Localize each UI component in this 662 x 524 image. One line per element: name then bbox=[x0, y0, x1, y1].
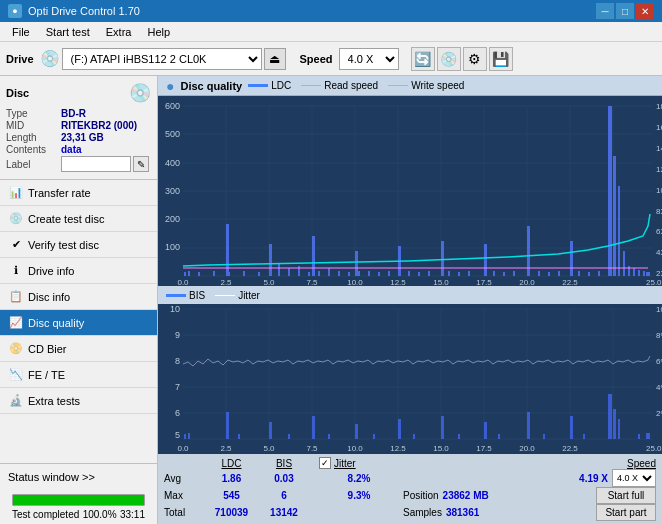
svg-rect-76 bbox=[598, 271, 600, 276]
svg-text:2.5: 2.5 bbox=[220, 278, 232, 286]
svg-text:10.0: 10.0 bbox=[347, 278, 363, 286]
svg-rect-34 bbox=[184, 272, 186, 276]
svg-rect-137 bbox=[441, 416, 444, 439]
samples-value: 381361 bbox=[446, 507, 479, 518]
drive-label: Drive bbox=[6, 53, 34, 65]
svg-text:5.0: 5.0 bbox=[263, 444, 275, 453]
jitter-label: Jitter bbox=[334, 458, 356, 469]
menu-start-test[interactable]: Start test bbox=[38, 24, 98, 40]
col-ldc-header: LDC bbox=[204, 458, 259, 469]
label-label: Label bbox=[6, 159, 61, 170]
svg-text:8X: 8X bbox=[656, 207, 662, 216]
sidebar-item-transfer-rate[interactable]: 📊 Transfer rate bbox=[0, 180, 157, 206]
svg-rect-83 bbox=[638, 270, 640, 276]
verify-test-disc-icon: ✔ bbox=[8, 237, 24, 253]
settings-button[interactable]: ⚙ bbox=[463, 47, 487, 71]
svg-text:2%: 2% bbox=[656, 409, 662, 418]
create-test-disc-icon: 💿 bbox=[8, 211, 24, 227]
mid-label: MID bbox=[6, 120, 61, 131]
stats-header-row: LDC BIS ✓ Jitter Speed bbox=[164, 457, 656, 469]
label-input[interactable] bbox=[61, 156, 131, 172]
chart-title: Disc quality bbox=[180, 80, 242, 92]
ldc-color bbox=[248, 84, 268, 87]
menu-file[interactable]: File bbox=[4, 24, 38, 40]
svg-text:10.0: 10.0 bbox=[347, 444, 363, 453]
minimize-button[interactable]: ─ bbox=[596, 3, 614, 19]
progress-percent: 100.0% bbox=[83, 509, 117, 520]
sidebar-item-fe-te[interactable]: 📉 FE / TE bbox=[0, 362, 157, 388]
status-window-button[interactable]: Status window >> bbox=[0, 463, 157, 489]
jitter-checkbox[interactable]: ✓ bbox=[319, 457, 331, 469]
svg-rect-84 bbox=[643, 271, 645, 276]
svg-rect-143 bbox=[570, 416, 573, 439]
disc-button[interactable]: 💿 bbox=[437, 47, 461, 71]
drive-select[interactable]: (F:) ATAPI iHBS112 2 CL0K bbox=[62, 48, 262, 70]
close-button[interactable]: ✕ bbox=[636, 3, 654, 19]
main-content: Disc 💿 Type BD-R MID RITEKBR2 (000) Leng… bbox=[0, 76, 662, 524]
maximize-button[interactable]: □ bbox=[616, 3, 634, 19]
sidebar: Disc 💿 Type BD-R MID RITEKBR2 (000) Leng… bbox=[0, 76, 158, 524]
avg-label: Avg bbox=[164, 473, 204, 484]
sidebar-item-create-test-disc[interactable]: 💿 Create test disc bbox=[0, 206, 157, 232]
svg-rect-149 bbox=[646, 433, 650, 439]
svg-rect-82 bbox=[633, 268, 635, 276]
position-label: Position bbox=[403, 490, 439, 501]
menu-extra[interactable]: Extra bbox=[98, 24, 140, 40]
nav-label-drive-info: Drive info bbox=[28, 265, 74, 277]
save-button[interactable]: 💾 bbox=[489, 47, 513, 71]
svg-rect-131 bbox=[312, 416, 315, 439]
right-panel: ● Disc quality LDC Read speed Write spee… bbox=[158, 76, 662, 524]
refresh-button[interactable]: 🔄 bbox=[411, 47, 435, 71]
svg-rect-134 bbox=[373, 434, 375, 439]
svg-text:200: 200 bbox=[165, 214, 180, 224]
svg-text:15.0: 15.0 bbox=[433, 278, 449, 286]
sidebar-item-verify-test-disc[interactable]: ✔ Verify test disc bbox=[0, 232, 157, 258]
eject-button[interactable]: ⏏ bbox=[264, 48, 286, 70]
menu-bar: File Start test Extra Help bbox=[0, 22, 662, 42]
sidebar-item-extra-tests[interactable]: 🔬 Extra tests bbox=[0, 388, 157, 414]
speed-row-avg: 4.19 X 4.0 X2.0 X1.0 X bbox=[579, 469, 656, 487]
svg-text:4X: 4X bbox=[656, 248, 662, 257]
label-edit-button[interactable]: ✎ bbox=[133, 156, 149, 172]
svg-rect-77 bbox=[608, 106, 612, 276]
svg-rect-64 bbox=[468, 271, 470, 276]
sidebar-item-drive-info[interactable]: ℹ Drive info bbox=[0, 258, 157, 284]
svg-text:8%: 8% bbox=[656, 331, 662, 340]
start-part-button[interactable]: Start part bbox=[596, 504, 656, 521]
max-ldc: 545 bbox=[204, 490, 259, 501]
nav-label-verify-test-disc: Verify test disc bbox=[28, 239, 99, 251]
svg-rect-147 bbox=[618, 419, 620, 439]
disc-label-row: Label ✎ bbox=[6, 156, 151, 172]
svg-rect-136 bbox=[413, 434, 415, 439]
svg-rect-47 bbox=[318, 271, 320, 276]
svg-text:17.5: 17.5 bbox=[476, 444, 492, 453]
svg-text:10: 10 bbox=[170, 304, 180, 314]
svg-text:17.5: 17.5 bbox=[476, 278, 492, 286]
sidebar-item-cd-bier[interactable]: 📀 CD Bier bbox=[0, 336, 157, 362]
start-full-button[interactable]: Start full bbox=[596, 487, 656, 504]
nav-label-fe-te: FE / TE bbox=[28, 369, 65, 381]
svg-text:14X: 14X bbox=[656, 144, 662, 153]
menu-help[interactable]: Help bbox=[139, 24, 178, 40]
length-label: Length bbox=[6, 132, 61, 143]
legend-read-label: Read speed bbox=[324, 80, 378, 91]
status-text: Test completed bbox=[12, 509, 79, 520]
svg-text:100: 100 bbox=[165, 242, 180, 252]
svg-rect-148 bbox=[638, 434, 640, 439]
svg-text:10%: 10% bbox=[656, 305, 662, 314]
position-value: 23862 MB bbox=[443, 490, 489, 501]
svg-rect-97 bbox=[183, 309, 653, 439]
speed-dropdown[interactable]: 4.0 X2.0 X1.0 X bbox=[612, 469, 656, 487]
speed-select[interactable]: 4.0 X 2.0 X 1.0 X bbox=[339, 48, 399, 70]
fe-te-icon: 📉 bbox=[8, 367, 24, 383]
svg-rect-139 bbox=[484, 422, 487, 439]
total-label: Total bbox=[164, 507, 204, 518]
sidebar-item-disc-quality[interactable]: 📈 Disc quality bbox=[0, 310, 157, 336]
svg-rect-58 bbox=[408, 271, 410, 276]
svg-rect-49 bbox=[328, 268, 330, 276]
sidebar-item-disc-info[interactable]: 📋 Disc info bbox=[0, 284, 157, 310]
svg-rect-62 bbox=[448, 271, 450, 276]
svg-text:7: 7 bbox=[175, 382, 180, 392]
drive-info-icon: ℹ bbox=[8, 263, 24, 279]
title-bar: ● Opti Drive Control 1.70 ─ □ ✕ bbox=[0, 0, 662, 22]
